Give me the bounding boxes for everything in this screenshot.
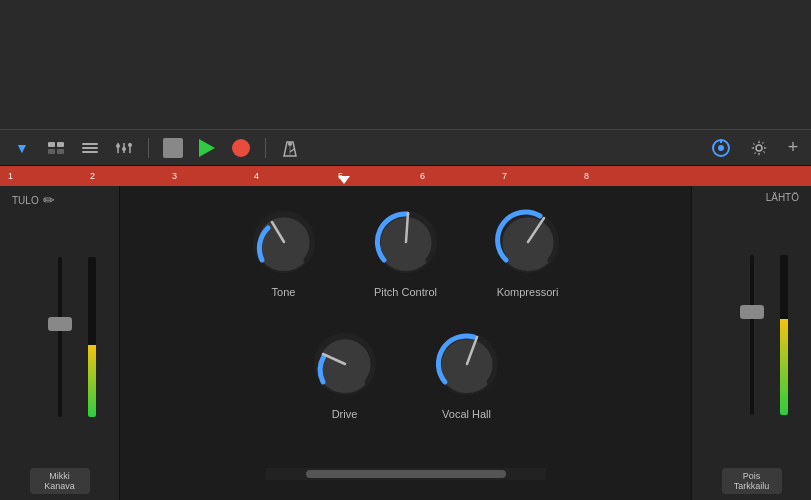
toolbar-separator [148, 138, 149, 158]
stop-icon [163, 138, 183, 158]
tone-knob-group: Tone [248, 206, 320, 298]
svg-rect-6 [82, 151, 98, 153]
top-bar-area [0, 0, 811, 130]
stop-button[interactable] [159, 134, 187, 162]
scene-icon-button[interactable] [42, 134, 70, 162]
ruler-mark-4: 4 [254, 171, 259, 181]
record-button[interactable] [227, 134, 255, 162]
add-button[interactable]: + [783, 138, 803, 158]
drive-knob-group: Drive [309, 328, 381, 420]
left-fader-area [0, 212, 119, 462]
pitch-control-knob-container[interactable] [370, 206, 442, 278]
dropdown-button[interactable]: ▼ [8, 134, 36, 162]
ruler-mark-3: 3 [172, 171, 177, 181]
svg-rect-0 [48, 142, 55, 147]
output-button[interactable]: Pois Tarkkailu [722, 468, 782, 494]
knobs-row-2: Drive Vocal Hall [309, 328, 503, 420]
input-label-area: TULO ✏ [0, 186, 119, 212]
right-channel-footer: Pois Tarkkailu [718, 462, 786, 500]
right-fader-track [750, 255, 754, 415]
ruler-mark-6: 6 [420, 171, 425, 181]
toolbar-separator2 [265, 138, 266, 158]
svg-point-16 [288, 142, 292, 146]
kompressori-knob-container[interactable] [492, 206, 564, 278]
kompressori-knob-group: Kompressori [492, 206, 564, 298]
right-level-meter [780, 255, 788, 415]
svg-point-10 [122, 147, 126, 151]
pencil-icon: ✏ [43, 192, 55, 208]
tone-knob-container[interactable] [248, 206, 320, 278]
svg-point-20 [756, 145, 762, 151]
record-icon [232, 139, 250, 157]
metronome-button[interactable] [276, 134, 304, 162]
vocal-hall-knob-svg [431, 328, 503, 400]
kompressori-label: Kompressori [497, 286, 559, 298]
vocal-hall-knob-container[interactable] [431, 328, 503, 400]
left-channel-strip: TULO ✏ Mikki Kanava [0, 186, 120, 500]
svg-rect-2 [48, 149, 55, 154]
play-button[interactable] [193, 134, 221, 162]
svg-point-8 [116, 144, 120, 148]
right-fader-handle[interactable] [740, 305, 764, 319]
pitch-control-knob-svg [370, 206, 442, 278]
left-level-fill [88, 345, 96, 417]
kompressori-knob-svg [492, 206, 564, 278]
pitch-control-knob-group: Pitch Control [370, 206, 442, 298]
right-level-fill [780, 319, 788, 415]
ruler: 1 2 3 4 5 6 7 8 [0, 166, 811, 186]
left-level-meter [88, 257, 96, 417]
vocal-hall-label: Vocal Hall [442, 408, 491, 420]
tone-label: Tone [272, 286, 296, 298]
svg-rect-3 [57, 149, 64, 154]
eq-icon-button[interactable] [110, 134, 138, 162]
mikki-button[interactable]: Mikki Kanava [30, 468, 90, 494]
main-area: TULO ✏ Mikki Kanava [0, 186, 811, 500]
settings-button[interactable] [745, 134, 773, 162]
svg-rect-4 [82, 143, 98, 145]
svg-rect-5 [82, 147, 98, 149]
drive-knob-svg [309, 328, 381, 400]
svg-line-15 [290, 149, 294, 152]
left-fader-track [58, 257, 62, 417]
input-label: TULO [12, 195, 39, 206]
ruler-mark-8: 8 [584, 171, 589, 181]
left-channel-footer: Mikki Kanava [26, 462, 94, 500]
scroll-thumb[interactable] [306, 470, 506, 478]
vocal-hall-knob-group: Vocal Hall [431, 328, 503, 420]
list-icon-button[interactable] [76, 134, 104, 162]
knobs-row-1: Tone Pitch Control [248, 206, 564, 298]
toolbar: ▼ [0, 130, 811, 166]
smart-controls-button[interactable] [707, 134, 735, 162]
right-fader-area [692, 207, 811, 462]
play-icon [199, 139, 215, 157]
scroll-bar [266, 468, 546, 480]
output-label: LÄHTÖ [692, 186, 811, 207]
ruler-mark-2: 2 [90, 171, 95, 181]
ruler-mark-7: 7 [502, 171, 507, 181]
drive-knob-container[interactable] [309, 328, 381, 400]
ruler-mark-5: 5 [338, 171, 343, 181]
drive-label: Drive [332, 408, 358, 420]
center-content: Tone Pitch Control [120, 186, 691, 500]
svg-rect-1 [57, 142, 64, 147]
svg-point-18 [718, 145, 724, 151]
pitch-control-label: Pitch Control [374, 286, 437, 298]
tone-knob-svg [248, 206, 320, 278]
svg-point-12 [128, 143, 132, 147]
ruler-mark-1: 1 [8, 171, 13, 181]
left-fader-handle[interactable] [48, 317, 72, 331]
right-channel-strip: LÄHTÖ Pois Tarkkailu [691, 186, 811, 500]
